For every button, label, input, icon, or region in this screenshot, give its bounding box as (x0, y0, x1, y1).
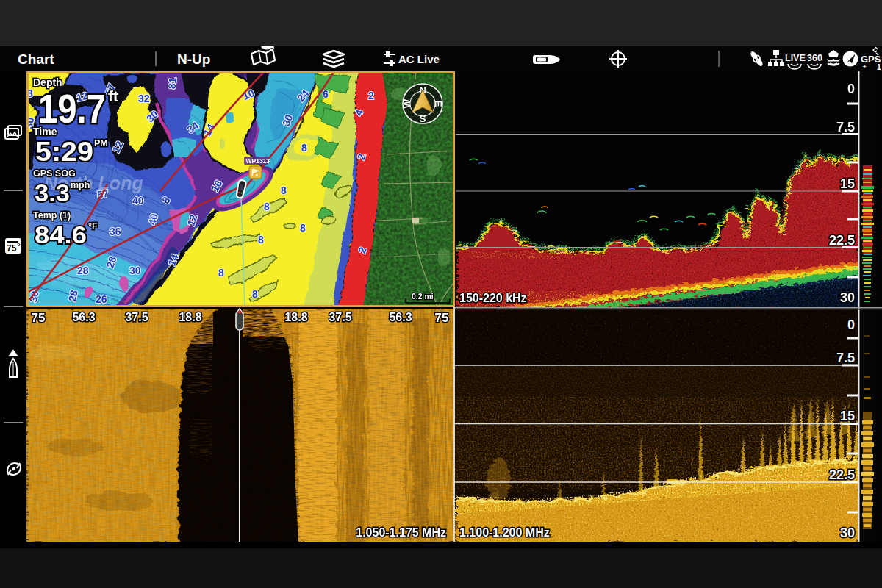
svg-text:75: 75 (435, 311, 449, 325)
svg-text:36: 36 (110, 226, 121, 237)
svg-text:N-Up: N-Up (177, 51, 210, 67)
svg-text:2: 2 (368, 90, 374, 101)
svg-text:+: + (863, 63, 867, 70)
svg-text:Time: Time (33, 126, 57, 137)
svg-text:32: 32 (138, 93, 150, 104)
svg-text:PM: PM (94, 138, 108, 148)
svg-text:30: 30 (840, 526, 855, 540)
svg-text:8: 8 (281, 184, 287, 196)
svg-text:22.5: 22.5 (829, 233, 855, 248)
svg-text:30: 30 (129, 265, 141, 276)
svg-text:ft: ft (108, 87, 118, 104)
svg-text:18.8: 18.8 (284, 311, 307, 323)
svg-text:7.5: 7.5 (836, 351, 855, 365)
svg-text:1.100-1.200 MHz: 1.100-1.200 MHz (459, 526, 550, 539)
svg-text:S: S (419, 113, 426, 124)
svg-text:8: 8 (218, 267, 224, 279)
svg-text:84.6: 84.6 (35, 220, 87, 248)
svg-text:E: E (433, 100, 444, 107)
svg-text:0.2 mi: 0.2 mi (412, 292, 434, 301)
svg-text:LIVE: LIVE (785, 53, 806, 63)
svg-text:GPS SOG: GPS SOG (33, 168, 76, 179)
svg-text:26: 26 (96, 293, 107, 305)
svg-text:5:29: 5:29 (35, 137, 93, 167)
svg-text:37.5: 37.5 (125, 311, 148, 323)
svg-text:81: 81 (166, 77, 179, 90)
svg-text:8: 8 (264, 201, 270, 212)
svg-text:W: W (401, 98, 412, 108)
svg-text:15: 15 (840, 409, 855, 423)
svg-text:75: 75 (7, 243, 17, 254)
svg-text:18.8: 18.8 (179, 311, 201, 323)
svg-text:WP1313: WP1313 (246, 157, 270, 165)
svg-text:3.3: 3.3 (35, 179, 70, 207)
svg-text:AC Live: AC Live (398, 53, 440, 65)
svg-text:40: 40 (132, 195, 144, 207)
svg-text:19.7: 19.7 (38, 85, 106, 132)
svg-text:7.5: 7.5 (836, 120, 855, 135)
svg-text:0: 0 (847, 82, 855, 96)
svg-text:360: 360 (807, 53, 822, 63)
svg-text:22.5: 22.5 (829, 467, 855, 482)
svg-text:6: 6 (323, 88, 329, 100)
svg-text:Chart: Chart (18, 51, 54, 67)
svg-text:56.3: 56.3 (72, 311, 95, 323)
svg-text:15: 15 (840, 176, 855, 191)
svg-text:75: 75 (32, 311, 46, 325)
svg-text:37.5: 37.5 (329, 311, 351, 323)
svg-text:1.050-1.175 MHz: 1.050-1.175 MHz (356, 526, 446, 539)
svg-text:150-220 kHz: 150-220 kHz (459, 292, 527, 304)
svg-text:1: 1 (877, 63, 881, 71)
svg-text:mph: mph (71, 180, 90, 190)
svg-text:8: 8 (258, 234, 264, 245)
svg-text:Temp (1): Temp (1) (33, 210, 71, 220)
svg-text:30: 30 (840, 290, 855, 305)
svg-text:56.3: 56.3 (389, 311, 412, 323)
svg-text:°F: °F (88, 221, 98, 232)
svg-text:8: 8 (252, 288, 258, 300)
svg-text:8: 8 (300, 222, 306, 234)
svg-text:8: 8 (301, 142, 307, 154)
svg-text:0: 0 (847, 318, 855, 332)
